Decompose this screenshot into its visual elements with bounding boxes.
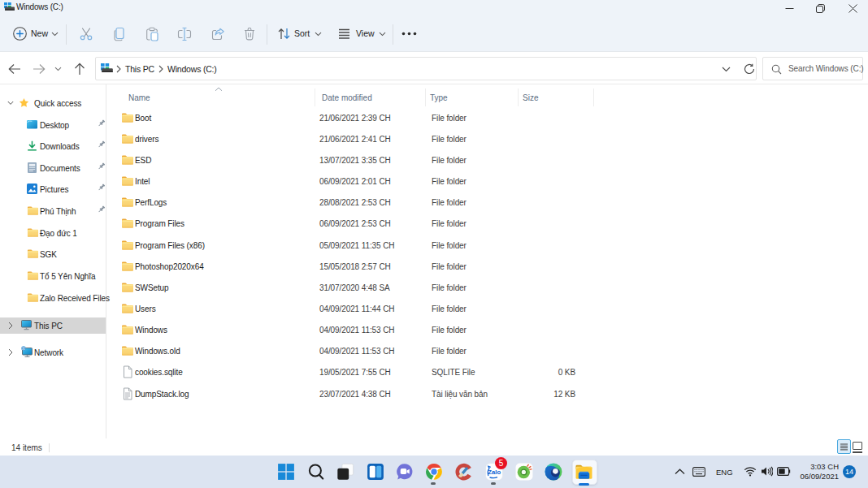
svg-text:Zalo: Zalo — [488, 469, 501, 476]
